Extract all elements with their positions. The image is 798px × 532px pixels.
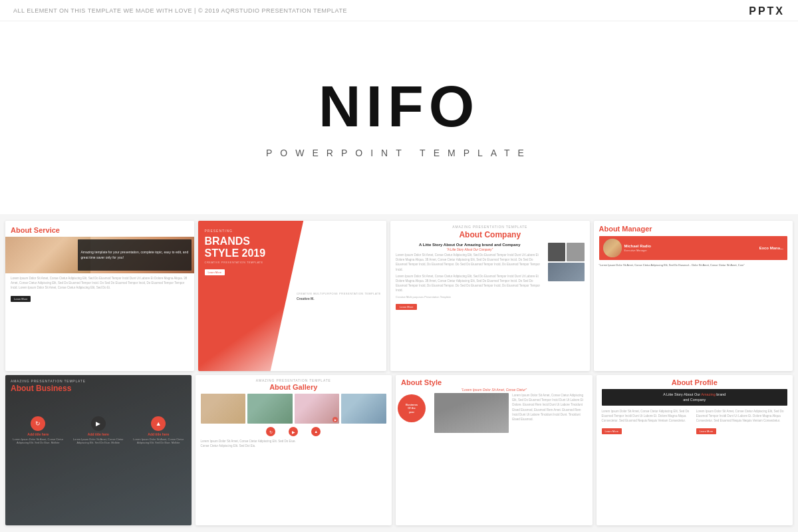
icon-label-2: Add title here (88, 432, 109, 436)
style-biz-year: BusinessOf theyear (406, 403, 418, 414)
gallery-img-2 (247, 394, 293, 424)
business-title: About Business (11, 384, 186, 393)
company-lorem2: Lorem Ipsum Dolor Sit Amet, Conse Ctetur… (396, 274, 544, 293)
slide-brands: Presenting BRANDSSTYLE 2019 Creative Pre… (198, 221, 387, 371)
company-small-label: Amazing Presentation Template (396, 225, 585, 229)
company-images (548, 243, 585, 367)
style-body: BusinessOf theyear Lorem Ipsum Dolor Sit… (401, 393, 587, 522)
profile-title: About Profile (602, 378, 788, 386)
business-content: Amazing Presentation Template About Busi… (5, 375, 192, 448)
slide-gallery: Amazing Presentation Template About Gall… (196, 375, 392, 525)
company-text: A Litte Story About Our Amazing brand an… (396, 243, 544, 367)
profile-lorem-2: Lorem Ipsum Dolor Sit Amet, Conse Ctetur… (696, 409, 787, 424)
business-small-label: Amazing Presentation Template (11, 379, 186, 383)
hero-subtitle: POWERPOINT TEMPLATE (266, 148, 532, 158)
profile-col-2: Lorem Ipsum Dolor Sit Amet, Conse Ctetur… (696, 409, 787, 436)
icon-label-1: Add title here (27, 432, 49, 436)
slide-profile: About Profile A Litte Story About Our Am… (597, 375, 793, 525)
profile-btn-2[interactable]: Learn More (696, 428, 716, 434)
brands-content: Presenting BRANDSSTYLE 2019 Creative Pre… (205, 229, 266, 276)
style-text: Lorem Ipsum Dolor Sit Amet, Conse Ctetur… (512, 393, 587, 522)
company-body: A Litte Story About Our Amazing brand an… (396, 243, 585, 367)
brands-learn-btn[interactable]: Learn More (205, 269, 225, 275)
gallery-img-3: ▶ (295, 394, 340, 424)
profile-col-1: Lorem Ipsum Dolor Sit Amet, Conse Ctetur… (602, 409, 693, 436)
profile-dark-text: A Litte Story About Our Amazing brandand… (606, 392, 784, 403)
gallery-footer: Lorem Ipsum Dolor Sit Amet, Conse Ctetur… (201, 439, 387, 448)
slide-company: Amazing Presentation Template About Comp… (390, 221, 590, 371)
exco-label: Exco Mana... (759, 246, 783, 250)
gallery-lorem: Lorem Ipsum Dolor Sit Amet, Conse Ctetur… (201, 439, 387, 444)
icon-circle-3: ▲ (151, 416, 166, 431)
business-icon-3: ▲ Add title here Lorem Ipsum Dolor Sit A… (131, 416, 186, 444)
service-image: Amazing template for your presentation, … (5, 237, 194, 273)
hero-title: NIFO (319, 77, 479, 136)
slide-manager: About Manager Michael Radio Executive Ma… (594, 221, 793, 371)
manager-quote: "Lorem Ipsum Dolor Sit Amet, Conse Ctetu… (599, 263, 788, 267)
slides-row-1: About Service Amazing template for your … (5, 221, 793, 371)
manager-name: Michael Radio (624, 244, 651, 248)
pptx-label: PPTX (749, 5, 785, 17)
service-body: Lorem Ipsum Dolor Sit Amet, Conse Ctetur… (5, 273, 194, 371)
slide-service: About Service Amazing template for your … (5, 221, 194, 371)
manager-title: About Manager (599, 225, 788, 233)
gallery-images: ▶ (201, 394, 387, 424)
company-img-1 (548, 243, 566, 261)
profile-lorem-1: Lorem Ipsum Dolor Sit Amet, Conse Ctetur… (602, 409, 693, 424)
gallery-icon-2: ▶ (289, 427, 298, 436)
gallery-lorem2: Conse Ctetur Adipiscing Elit. Sed Doi Ei… (201, 444, 387, 448)
creative-text: Creative Multipurpose Presentation Templ… (297, 292, 381, 295)
icon-sublabel-1: Lorem Ipsum Dolor Sit Amet, Conse Ctetur… (11, 438, 66, 444)
brands-title: BRANDSSTYLE 2019 (205, 235, 266, 259)
style-right (434, 393, 509, 522)
style-red-circle: BusinessOf theyear (398, 394, 426, 422)
service-overlay: Amazing template for your presentation, … (78, 239, 191, 271)
company-quote: "A Litte Story About Our Company" (396, 248, 544, 251)
style-lorem: Lorem Ipsum Dolor Sit Amet, Conse Ctetur… (512, 393, 587, 422)
style-quote: "Lorem Ipsum Dolor Sit Amet, Conse Ctetu… (401, 388, 587, 392)
style-title: About Style (401, 378, 587, 386)
brands-sub: Creative Presentation Template (205, 261, 266, 264)
profile-dark-box: A Litte Story About Our Amazing brandand… (602, 389, 788, 406)
slides-area: About Service Amazing template for your … (0, 214, 798, 532)
profile-cols: Lorem Ipsum Dolor Sit Amet, Conse Ctetur… (602, 409, 788, 436)
gallery-play-icon: ▶ (332, 417, 338, 422)
business-icon-2: ▶ Add title here Lorem Ipsum Dolor Sit A… (71, 416, 126, 444)
brands-presenting: Presenting (205, 229, 266, 233)
style-person-img (434, 393, 509, 433)
copyright-text: ALL ELEMENT ON THIS TEMPLATE WE MADE WIT… (13, 7, 347, 14)
service-small-label (5, 221, 194, 226)
slide-business: Amazing Presentation Template About Busi… (5, 375, 192, 525)
brands-right: Creative Multipurpose Presentation Templ… (297, 221, 381, 371)
business-icon-1: ↻ Add title here Lorem Ipsum Dolor Sit A… (11, 416, 66, 444)
manager-card: Michael Radio Executive Manager Exco Man… (599, 236, 788, 260)
play-icon: ▶ (96, 420, 100, 427)
company-learn-btn[interactable]: Learn More (396, 304, 417, 310)
manager-info: Michael Radio Executive Manager (624, 244, 651, 252)
company-lorem: Lorem Ipsum Dolor Sit Amet, Conse Ctetur… (396, 253, 544, 272)
manager-role: Executive Manager (624, 249, 651, 252)
service-learn-btn[interactable]: Learn More (11, 296, 31, 302)
icon-sublabel-3: Lorem Ipsum Dolor Sit Amet, Conse Ctetur… (131, 438, 186, 444)
refresh-icon: ↻ (35, 420, 41, 427)
company-story-title: A Litte Story About Our Amazing brand an… (396, 243, 544, 247)
gallery-icon-row: ↻ ▶ ▲ (201, 427, 387, 436)
service-lorem: Lorem Ipsum Dolor Sit Amet, Conse Ctetur… (11, 276, 189, 291)
style-left: BusinessOf theyear (401, 393, 431, 522)
profile-btn-1[interactable]: Learn More (602, 428, 622, 434)
icon-circle-1: ↻ (31, 416, 45, 431)
overlay-text: Amazing template for your presentation, … (80, 250, 188, 260)
service-title: About Service (5, 226, 194, 237)
icon-label-3: Add title here (148, 432, 169, 436)
gallery-img-1 (201, 394, 246, 424)
slides-row-2: Amazing Presentation Template About Busi… (5, 375, 793, 525)
company-img-bottom (548, 263, 585, 281)
gallery-icon-3: ▲ (311, 427, 321, 436)
gallery-icon-1: ↻ (266, 427, 275, 436)
gallery-small-label: Amazing Presentation Template (201, 378, 387, 382)
company-img-top (548, 243, 585, 261)
gallery-title: About Gallery (201, 383, 387, 391)
company-img-2 (567, 243, 585, 261)
creative-logo: Creative M. (297, 297, 381, 301)
top-bar: ALL ELEMENT ON THIS TEMPLATE WE MADE WIT… (0, 0, 798, 21)
